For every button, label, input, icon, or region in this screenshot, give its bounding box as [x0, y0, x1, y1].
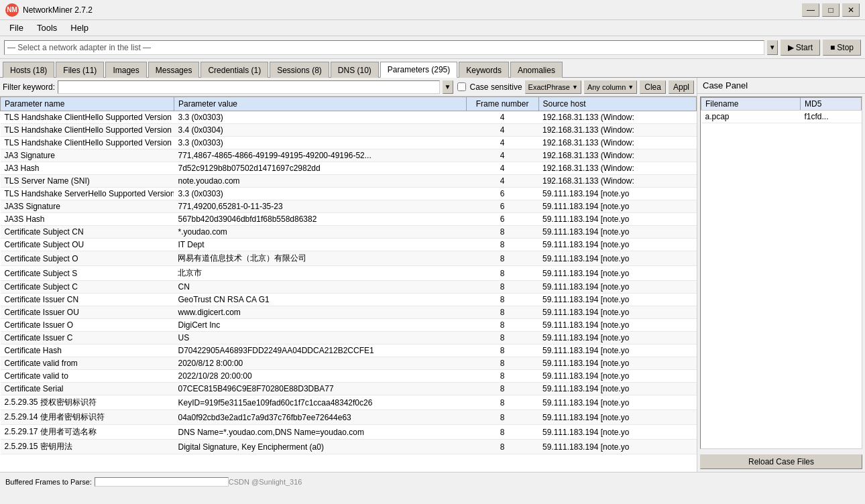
- window-controls: — □ ✕: [802, 3, 860, 17]
- param-name-cell: JA3S Hash: [1, 213, 174, 226]
- table-row[interactable]: JA3S Signature771,49200,65281-0-11-35-23…: [1, 200, 697, 213]
- table-row[interactable]: JA3S Hash567bb420d39046dbfd1f68b558d8638…: [1, 213, 697, 226]
- param-name-cell: 2.5.29.14 使用者密钥标识符: [1, 410, 174, 425]
- case-files-table: Filename MD5 a.pcap f1cfd...: [701, 97, 862, 123]
- table-row[interactable]: TLS Server Name (SNI)note.youdao.com4192…: [1, 175, 697, 188]
- table-row[interactable]: 2.5.29.35 授权密钥标识符KeyID=919f5e3115ae109fa…: [1, 395, 697, 410]
- table-row[interactable]: TLS Handshake ClientHello Supported Vers…: [1, 137, 697, 149]
- table-row[interactable]: TLS Handshake ServerHello Supported Vers…: [1, 188, 697, 200]
- right-panel: Case Panel Filename MD5 a.pcap f1cfd...: [697, 78, 865, 472]
- table-row[interactable]: Certificate Serial07CEC815B496C9E8F70280…: [1, 383, 697, 395]
- parameters-table-container[interactable]: Parameter name Parameter value Frame num…: [0, 97, 697, 472]
- tab-keywords[interactable]: Keywords: [459, 62, 509, 78]
- source-host-cell: 59.111.183.194 [note.yo: [538, 239, 696, 251]
- source-host-cell: 192.168.31.133 (Window:: [538, 162, 696, 175]
- source-host-cell: 59.111.183.194 [note.yo: [538, 266, 696, 281]
- param-value-cell: 07CEC815B496C9E8F70280E88D3DBA77: [174, 383, 466, 395]
- tab-anomalies[interactable]: Anomalies: [510, 62, 563, 78]
- param-name-cell: Certificate Subject CN: [1, 226, 174, 239]
- table-row[interactable]: Certificate valid from2020/8/12 8:00:008…: [1, 357, 697, 370]
- frame-number-cell: 8: [466, 251, 538, 266]
- start-label: Start: [796, 43, 813, 52]
- col-header-value[interactable]: Parameter value: [174, 97, 466, 111]
- tab-parameters[interactable]: Parameters (295): [380, 62, 457, 78]
- table-row[interactable]: Certificate Subject S北京市859.111.183.194 …: [1, 266, 697, 281]
- case-panel-content: Filename MD5 a.pcap f1cfd...: [700, 97, 862, 449]
- param-value-cell: IT Dept: [174, 239, 466, 251]
- frame-number-cell: 8: [466, 319, 538, 332]
- menu-tools[interactable]: Tools: [30, 21, 64, 34]
- stop-button[interactable]: ■ Stop: [823, 40, 861, 56]
- col-header-source[interactable]: Source host: [538, 97, 696, 111]
- param-name-cell: TLS Handshake ServerHello Supported Vers…: [1, 188, 174, 200]
- reload-case-files-button[interactable]: Reload Case Files: [700, 454, 862, 469]
- col-header-param[interactable]: Parameter name: [1, 97, 174, 111]
- frame-number-cell: 8: [466, 370, 538, 383]
- table-row[interactable]: Certificate Subject CCN859.111.183.194 […: [1, 281, 697, 294]
- tab-sessions[interactable]: Sessions (8): [270, 62, 329, 78]
- table-row[interactable]: Certificate Subject CN*.youdao.com859.11…: [1, 226, 697, 239]
- param-value-cell: *.youdao.com: [174, 226, 466, 239]
- param-value-cell: 7d52c9129b8b07502d1471697c2982dd: [174, 162, 466, 175]
- menu-help[interactable]: Help: [64, 21, 95, 34]
- filter-bar: Filter keyword: ▼ Case sensitive ExactPh…: [0, 78, 697, 97]
- case-sensitive-checkbox[interactable]: [457, 82, 466, 91]
- apply-button[interactable]: Appl: [669, 80, 694, 94]
- minimize-button[interactable]: —: [802, 3, 819, 17]
- table-row[interactable]: Certificate HashD70422905A46893FDD2249AA…: [1, 344, 697, 357]
- stop-label: Stop: [837, 43, 854, 52]
- param-value-cell: 771,49200,65281-0-11-35-23: [174, 200, 466, 213]
- source-host-cell: 192.168.31.133 (Window:: [538, 175, 696, 188]
- phrase-dropdown[interactable]: ExactPhrase ▼: [525, 80, 581, 94]
- table-row[interactable]: 2.5.29.14 使用者密钥标识符04a0f92cbd3e2ad1c7a9d3…: [1, 410, 697, 425]
- filter-dropdown-arrow[interactable]: ▼: [443, 80, 453, 94]
- start-button[interactable]: ▶ Start: [781, 40, 820, 56]
- adapter-dropdown-arrow[interactable]: ▼: [767, 40, 778, 55]
- adapter-dropdown[interactable]: — Select a network adapter in the list —: [4, 40, 764, 55]
- table-row[interactable]: 2.5.29.17 使用者可选名称DNS Name=*.youdao.com,D…: [1, 425, 697, 440]
- tab-files[interactable]: Files (11): [56, 62, 104, 78]
- maximize-button[interactable]: □: [822, 3, 840, 17]
- source-host-cell: 59.111.183.194 [note.yo: [538, 200, 696, 213]
- table-row[interactable]: Certificate Subject O网易有道信息技术（北京）有限公司859…: [1, 251, 697, 266]
- table-row[interactable]: 2.5.29.15 密钥用法Digital Signature, Key Enc…: [1, 440, 697, 454]
- frame-number-cell: 4: [466, 124, 538, 137]
- param-name-cell: Certificate Issuer CN: [1, 294, 174, 306]
- case-panel-header: Case Panel: [697, 78, 865, 94]
- table-row[interactable]: TLS Handshake ClientHello Supported Vers…: [1, 111, 697, 124]
- param-name-cell: TLS Handshake ClientHello Supported Vers…: [1, 111, 174, 124]
- param-name-cell: Certificate Issuer C: [1, 332, 174, 344]
- table-row[interactable]: JA3 Hash7d52c9129b8b07502d1471697c2982dd…: [1, 162, 697, 175]
- frame-number-cell: 8: [466, 239, 538, 251]
- table-row[interactable]: Certificate Issuer CNGeoTrust CN RSA CA …: [1, 294, 697, 306]
- param-name-cell: Certificate Issuer O: [1, 319, 174, 332]
- table-row[interactable]: Certificate Issuer CUS859.111.183.194 [n…: [1, 332, 697, 344]
- status-bar: Buffered Frames to Parse: CSDN @Sunlight…: [0, 472, 865, 491]
- table-row[interactable]: JA3 Signature771,4867-4865-4866-49199-49…: [1, 149, 697, 162]
- column-dropdown[interactable]: Any column ▼: [584, 80, 637, 94]
- table-row[interactable]: TLS Handshake ClientHello Supported Vers…: [1, 124, 697, 137]
- source-host-cell: 59.111.183.194 [note.yo: [538, 410, 696, 425]
- table-row[interactable]: Certificate valid to2022/10/28 20:00:008…: [1, 370, 697, 383]
- tab-hosts[interactable]: Hosts (18): [3, 62, 54, 78]
- frame-number-cell: 4: [466, 162, 538, 175]
- col-header-frame[interactable]: Frame number: [466, 97, 538, 111]
- close-button[interactable]: ✕: [842, 3, 860, 17]
- clear-button[interactable]: Clea: [640, 80, 666, 94]
- case-col-md5: MD5: [800, 98, 861, 111]
- start-icon: ▶: [788, 43, 794, 52]
- tab-credentials[interactable]: Credentials (1): [200, 62, 268, 78]
- menu-file[interactable]: File: [3, 21, 30, 34]
- tab-bar: Hosts (18) Files (11) Images Messages Cr…: [0, 59, 865, 78]
- table-row[interactable]: Certificate Issuer OUwww.digicert.com859…: [1, 306, 697, 319]
- param-name-cell: 2.5.29.17 使用者可选名称: [1, 425, 174, 440]
- tab-messages[interactable]: Messages: [148, 62, 200, 78]
- filter-keyword-input[interactable]: [58, 80, 440, 94]
- tab-images[interactable]: Images: [105, 62, 146, 78]
- param-name-cell: TLS Handshake ClientHello Supported Vers…: [1, 124, 174, 137]
- watermark-text: CSDN @Sunlight_316: [229, 478, 302, 486]
- table-row[interactable]: Certificate Issuer ODigiCert Inc859.111.…: [1, 319, 697, 332]
- tab-dns[interactable]: DNS (10): [331, 62, 379, 78]
- source-host-cell: 192.168.31.133 (Window:: [538, 137, 696, 149]
- table-row[interactable]: Certificate Subject OUIT Dept859.111.183…: [1, 239, 697, 251]
